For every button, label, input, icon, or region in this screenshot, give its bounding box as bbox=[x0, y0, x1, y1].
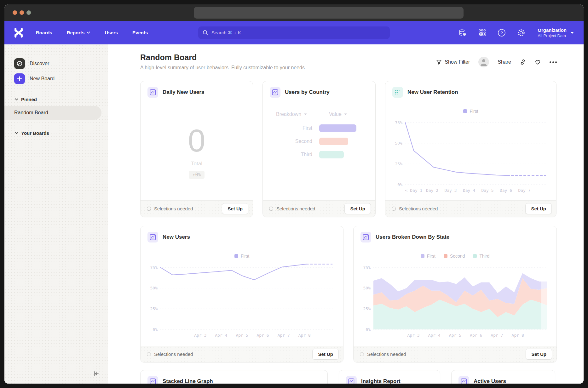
legend-swatch bbox=[463, 109, 467, 113]
svg-text:< Day 1: < Day 1 bbox=[405, 188, 423, 193]
desktop-background: Boards Reports Users Events bbox=[0, 0, 588, 388]
nav-item-users[interactable]: Users bbox=[105, 30, 118, 35]
breakdown-row: First bbox=[263, 124, 375, 132]
share-button[interactable]: Share bbox=[498, 59, 511, 65]
legend-item: First bbox=[463, 108, 478, 114]
setup-button[interactable]: Set Up bbox=[344, 203, 371, 214]
more-options-button[interactable] bbox=[550, 61, 557, 63]
status-circle-icon bbox=[269, 207, 273, 211]
card-users-by-state: Users Broken Down By State FirstSecondTh… bbox=[353, 226, 557, 362]
card-title: Insights Report bbox=[361, 378, 401, 384]
data-management-icon[interactable] bbox=[458, 28, 467, 37]
copy-link-button[interactable] bbox=[520, 59, 526, 65]
status-text: Selections needed bbox=[276, 206, 315, 211]
retention-dots-icon bbox=[392, 87, 403, 98]
nav-item-reports[interactable]: Reports bbox=[67, 30, 90, 35]
search-icon bbox=[203, 30, 208, 36]
window-close-button[interactable] bbox=[13, 10, 17, 15]
chevron-down-icon bbox=[15, 132, 18, 134]
breakdown-dropdown[interactable]: Breakdown bbox=[276, 111, 307, 117]
chevron-down-icon bbox=[87, 31, 90, 34]
card-new-user-retention: New User Retention First 0%25%50%75%< Da… bbox=[385, 81, 556, 217]
window-titlebar bbox=[4, 4, 584, 21]
legend-swatch bbox=[473, 254, 477, 258]
window-zoom-button[interactable] bbox=[26, 10, 31, 15]
stacked-area-chart: 0%25%50%75%Apr 3Apr 4Apr 5Apr 6Apr 7Apr … bbox=[354, 260, 556, 339]
heart-icon bbox=[534, 59, 541, 65]
card-active-users: Active Users bbox=[451, 370, 555, 384]
board-main: Random Board A high-level summary of use… bbox=[108, 44, 584, 384]
svg-text:75%: 75% bbox=[150, 265, 158, 270]
line-chart-icon bbox=[360, 232, 371, 243]
svg-text:Apr 7: Apr 7 bbox=[491, 333, 503, 338]
svg-text:Apr 5: Apr 5 bbox=[236, 333, 248, 338]
setup-button[interactable]: Set Up bbox=[525, 203, 552, 214]
app-logo[interactable] bbox=[14, 28, 24, 38]
line-chart-icon bbox=[458, 376, 469, 384]
status-text: Selections needed bbox=[367, 351, 406, 357]
search-bar[interactable] bbox=[198, 26, 390, 39]
sidebar-item-discover[interactable]: Discover bbox=[4, 58, 108, 69]
setup-button[interactable]: Set Up bbox=[222, 203, 248, 214]
nav-item-boards[interactable]: Boards bbox=[36, 30, 52, 35]
status-circle-icon bbox=[147, 352, 151, 356]
search-input[interactable] bbox=[211, 30, 385, 35]
apps-grid-icon[interactable] bbox=[478, 28, 487, 37]
nav-item-events[interactable]: Events bbox=[132, 30, 148, 35]
line-chart-icon bbox=[346, 376, 357, 384]
svg-text:25%: 25% bbox=[395, 162, 403, 166]
card-users-by-country: Users by Country Breakdown Value bbox=[262, 81, 376, 217]
window-minimize-button[interactable] bbox=[20, 10, 24, 15]
kpi-label: Total bbox=[191, 161, 202, 167]
chart-legend: FirstSecondThird bbox=[354, 253, 556, 259]
sidebar-collapse-button[interactable] bbox=[93, 370, 100, 379]
show-filter-button[interactable]: Show Filter bbox=[436, 59, 470, 65]
favorite-button[interactable] bbox=[534, 59, 541, 65]
avatar[interactable] bbox=[478, 57, 489, 67]
org-name: Organization bbox=[538, 27, 567, 33]
page-title: Random Board bbox=[140, 53, 306, 62]
browser-address-bar[interactable] bbox=[194, 7, 464, 19]
card-title: New Users bbox=[163, 234, 190, 240]
svg-text:Apr 7: Apr 7 bbox=[278, 333, 290, 338]
legend-swatch bbox=[234, 254, 238, 258]
svg-text:Apr 3: Apr 3 bbox=[407, 333, 419, 338]
filter-funnel-icon bbox=[436, 59, 442, 65]
sidebar: Discover New Board Pinned Random Board Y… bbox=[4, 44, 108, 384]
card-title: New User Retention bbox=[407, 89, 458, 95]
sidebar-item-new-board[interactable]: New Board bbox=[4, 73, 108, 84]
board-actions: Show Filter Share bbox=[436, 57, 557, 67]
chart-legend: First bbox=[141, 253, 343, 259]
svg-text:Day 4: Day 4 bbox=[463, 188, 475, 193]
svg-text:50%: 50% bbox=[363, 286, 371, 290]
svg-text:Day 3: Day 3 bbox=[444, 188, 457, 193]
svg-text:50%: 50% bbox=[150, 286, 158, 290]
kpi-delta-badge: ↑0% bbox=[189, 171, 204, 179]
value-dropdown[interactable]: Value bbox=[329, 111, 347, 117]
sidebar-section-your-boards[interactable]: Your Boards bbox=[4, 130, 108, 136]
org-project-scope: All Project Data bbox=[538, 33, 567, 38]
sidebar-item-random-board-selected[interactable]: Random Board bbox=[4, 106, 101, 120]
settings-gear-icon[interactable] bbox=[517, 28, 526, 37]
card-title: Active Users bbox=[474, 378, 506, 384]
card-title: Users Broken Down By State bbox=[376, 234, 449, 240]
nav-right-cluster: ? Organization All Project Data bbox=[458, 27, 574, 38]
help-icon[interactable]: ? bbox=[497, 28, 506, 37]
svg-text:Apr 5: Apr 5 bbox=[449, 333, 461, 338]
legend-item: Second bbox=[444, 253, 465, 259]
setup-button[interactable]: Set Up bbox=[526, 349, 552, 360]
svg-text:0%: 0% bbox=[397, 182, 402, 187]
bar-third bbox=[319, 151, 344, 158]
setup-button[interactable]: Set Up bbox=[312, 349, 339, 360]
org-switcher[interactable]: Organization All Project Data bbox=[538, 27, 574, 38]
sidebar-section-pinned[interactable]: Pinned bbox=[4, 97, 108, 102]
svg-text:Day 7: Day 7 bbox=[518, 188, 530, 193]
svg-text:Apr 8: Apr 8 bbox=[512, 333, 524, 338]
svg-text:Apr 4: Apr 4 bbox=[215, 333, 227, 338]
svg-text:75%: 75% bbox=[395, 120, 403, 125]
browser-window: Boards Reports Users Events bbox=[4, 4, 584, 384]
card-title: Daily New Users bbox=[163, 89, 204, 95]
card-title: Users by Country bbox=[285, 89, 330, 95]
nav-menu: Boards Reports Users Events bbox=[36, 30, 148, 35]
new-users-chart: 0%25%50%75%Apr 3Apr 4Apr 5Apr 6Apr 7Apr … bbox=[141, 260, 343, 339]
